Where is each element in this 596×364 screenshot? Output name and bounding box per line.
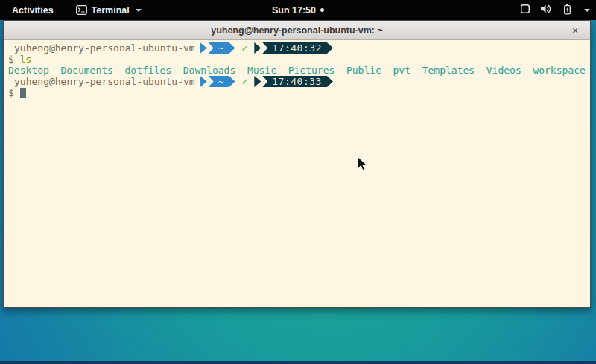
powerline-chevron-icon (200, 42, 207, 54)
status-check-icon: ✓ (241, 42, 247, 54)
app-menu-terminal[interactable]: Terminal (76, 5, 142, 16)
battery-charging-icon (562, 4, 573, 17)
gnome-top-bar: Activities Terminal Sun 17:50 (0, 0, 596, 20)
directory-entry: dotfiles (125, 65, 172, 76)
notification-dot-icon (320, 8, 324, 12)
directory-entry: Videos (486, 65, 522, 76)
display-icon (520, 4, 530, 16)
powerline-chevron-icon (254, 42, 261, 54)
chevron-down-icon (584, 9, 590, 12)
directory-entry: Public (346, 65, 381, 76)
terminal-window: yuheng@henry-personal-ubuntu-vm: ~ × yuh… (3, 20, 591, 308)
window-titlebar[interactable]: yuheng@henry-personal-ubuntu-vm: ~ × (4, 21, 590, 40)
activities-button[interactable]: Activities (7, 4, 58, 17)
directory-entry: Pictures (288, 65, 335, 76)
prompt-user: yuheng@henry-personal-ubuntu-vm (8, 76, 195, 87)
directory-entry: pvt (393, 65, 410, 76)
close-button[interactable]: × (568, 23, 583, 38)
ls-output: DesktopDocumentsdotfilesDownloadsMusicPi… (8, 65, 590, 76)
prompt-path-segment: ~ (209, 76, 235, 87)
directory-entry: Downloads (183, 65, 235, 76)
window-title: yuheng@henry-personal-ubuntu-vm: ~ (211, 25, 383, 36)
prompt-symbol: $ (8, 87, 14, 98)
desktop: Activities Terminal Sun 17:50 (0, 0, 596, 364)
directory-entry: Documents (60, 65, 112, 76)
status-check-icon: ✓ (241, 76, 247, 87)
input-line: $ (8, 87, 590, 98)
powerline-chevron-icon (200, 76, 207, 87)
directory-entry: Desktop (8, 65, 49, 76)
command-line: $ ls (8, 54, 590, 65)
volume-icon (540, 4, 552, 16)
mouse-pointer-icon (357, 156, 368, 175)
prompt-line-2: yuheng@henry-personal-ubuntu-vm ~ ✓ 17:4… (8, 76, 590, 87)
chevron-down-icon (136, 9, 142, 12)
clock-label: Sun 17:50 (272, 5, 316, 16)
directory-entry: Templates (422, 65, 475, 76)
powerline-chevron-icon (254, 76, 261, 87)
prompt-time-segment: 17:40:33 (262, 76, 333, 87)
app-menu-label: Terminal (92, 5, 130, 16)
text-cursor (20, 88, 26, 98)
terminal-content[interactable]: yuheng@henry-personal-ubuntu-vm ~ ✓ 17:4… (4, 40, 590, 307)
clock-button[interactable]: Sun 17:50 (272, 5, 324, 16)
prompt-path-segment: ~ (209, 42, 235, 54)
terminal-icon (76, 5, 87, 15)
prompt-time-segment: 17:40:32 (262, 42, 333, 54)
directory-entry: workspace (533, 65, 585, 76)
directory-entry: Music (247, 65, 276, 76)
prompt-symbol: $ (8, 54, 14, 65)
system-status-area[interactable] (520, 4, 590, 17)
prompt-user: yuheng@henry-personal-ubuntu-vm (8, 42, 195, 54)
command-text: ls (20, 54, 32, 65)
prompt-line-1: yuheng@henry-personal-ubuntu-vm ~ ✓ 17:4… (8, 42, 590, 54)
